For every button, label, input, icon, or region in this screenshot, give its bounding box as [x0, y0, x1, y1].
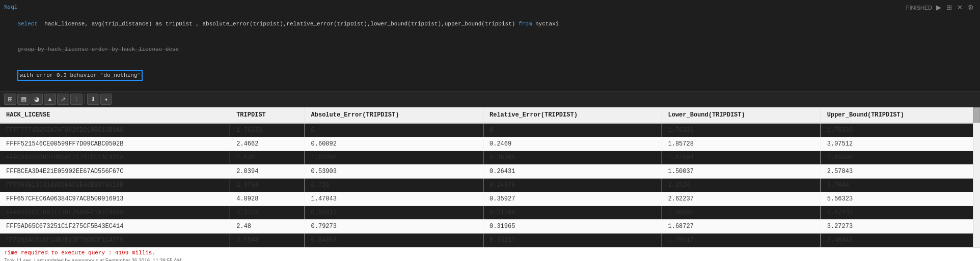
cell-hack_license-7: FFF5AD65C673251C1F275CF5B43EC414: [0, 220, 230, 234]
cell-lower_bound-7: 1.68727: [662, 220, 821, 234]
table-row: FFFC8985B6B37B60AE71741C01AC423A2.6381.0…: [0, 151, 980, 165]
cell-lower_bound-5: 2.62237: [662, 192, 821, 206]
meta-text: Took 11 sec. Last updated by anonymous a…: [4, 258, 183, 261]
cell-relative_error-2: 0.38365: [483, 151, 662, 165]
bar-chart-button[interactable]: ▦: [17, 94, 30, 105]
results-table: HACK_LICENSE TRIPDIST Absolute_Error(TRI…: [0, 107, 980, 247]
table-row: FFF6401CC16911710E7590FE197E986A2.37020.…: [0, 206, 980, 220]
scatter-button[interactable]: ⁘: [70, 94, 83, 105]
cell-relative_error-4: 0.24376: [483, 179, 662, 192]
cell-relative_error-7: 0.31965: [483, 220, 662, 234]
cell-upper_bound-5: 5.56323: [821, 192, 979, 206]
cell-relative_error-3: 0.26431: [483, 165, 662, 179]
toolbar: ⊞ ▦ ◕ ▲ ↗ ⁘ ⬇ ▾: [0, 92, 980, 107]
cell-upper_bound-0: 1.76333: [821, 123, 979, 137]
scrollbar-thumb[interactable]: [973, 107, 980, 123]
cell-lower_bound-3: 1.50037: [662, 165, 821, 179]
sql-line-3: with error 0.3 behavior 'do_nothing': [4, 62, 976, 90]
cell-absolute_error-3: 0.53903: [305, 165, 483, 179]
cell-hack_license-1: FFFF521546CE00599FF7D09CABC0502B: [0, 137, 230, 151]
table-row: FFFBCEA3D4E21E05902EE67AD556F67C2.03940.…: [0, 165, 980, 179]
close-button[interactable]: ✕: [956, 3, 964, 12]
cell-hack_license-3: FFFBCEA3D4E21E05902EE67AD556F67C: [0, 165, 230, 179]
sql-tag: %sql: [4, 3, 976, 12]
grid-button[interactable]: ⊞: [945, 3, 953, 12]
col-header-relative-error[interactable]: Relative_Error(TRIPDIST): [483, 107, 662, 123]
line-chart-button[interactable]: ↗: [57, 94, 69, 105]
cell-absolute_error-1: 0.60892: [305, 137, 483, 151]
cell-lower_bound-2: 1.62594: [662, 151, 821, 165]
cell-lower_bound-8: 1.70617: [662, 234, 821, 247]
cell-absolute_error-4: 0.726: [305, 179, 483, 192]
table-row: FFF20BA1518F14B3B23F79DDDF1CA7F62.55480.…: [0, 234, 980, 247]
cell-absolute_error-2: 1.01206: [305, 151, 483, 165]
cell-upper_bound-3: 2.57843: [821, 165, 979, 179]
query-area: FINISHED ▶ ⊞ ✕ ⚙ %sql Select hack_licens…: [0, 0, 980, 92]
table-view-button[interactable]: ⊞: [4, 94, 16, 105]
col-header-tripdist[interactable]: TRIPDIST: [230, 107, 305, 123]
cell-lower_bound-0: 1.76333: [662, 123, 821, 137]
cell-absolute_error-6: 0.50413: [305, 206, 483, 220]
cell-lower_bound-6: 1.86607: [662, 206, 821, 220]
toolbar-separator: [85, 94, 85, 104]
settings-button[interactable]: ⚙: [967, 3, 975, 12]
table-row: FFFF521546CE00599FF7D09CABC0502B2.46620.…: [0, 137, 980, 151]
cell-upper_bound-7: 3.27273: [821, 220, 979, 234]
cell-upper_bound-6: 2.87433: [821, 206, 979, 220]
vertical-scrollbar[interactable]: [973, 107, 980, 247]
cell-tripdist-4: 2.9784: [230, 179, 305, 192]
cell-hack_license-8: FFF20BA1518F14B3B23F79DDDF1CA7F6: [0, 234, 230, 247]
cell-hack_license-2: FFFC8985B6B37B60AE71741C01AC423A: [0, 151, 230, 165]
cell-tripdist-7: 2.48: [230, 220, 305, 234]
sql-line-1: Select hack_license, avg(trip_distance) …: [4, 12, 976, 37]
finished-bar: FINISHED ▶ ⊞ ✕ ⚙: [906, 3, 975, 12]
pie-chart-button[interactable]: ◕: [31, 94, 43, 105]
cell-tripdist-2: 2.638: [230, 151, 305, 165]
meta-bar: Took 11 sec. Last updated by anonymous a…: [0, 257, 980, 261]
finished-label: FINISHED: [906, 5, 932, 11]
cell-absolute_error-5: 1.47043: [305, 192, 483, 206]
table-row: FFF909B1353148850AD3E40BB878618B2.97840.…: [0, 179, 980, 192]
results-table-wrapper: HACK_LICENSE TRIPDIST Absolute_Error(TRI…: [0, 107, 980, 247]
cell-relative_error-8: 0.33217: [483, 234, 662, 247]
cell-absolute_error-8: 0.84863: [305, 234, 483, 247]
cell-relative_error-5: 0.35927: [483, 192, 662, 206]
cell-tripdist-1: 2.4662: [230, 137, 305, 151]
cell-upper_bound-1: 3.07512: [821, 137, 979, 151]
cell-hack_license-5: FFF657CFEC6A06384C97ACB500916913: [0, 192, 230, 206]
cell-upper_bound-8: 3.40343: [821, 234, 979, 247]
table-row: FFF5AD65C673251C1F275CF5B43EC4142.480.79…: [0, 220, 980, 234]
download-button[interactable]: ⬇: [87, 94, 99, 105]
cell-lower_bound-1: 1.85728: [662, 137, 821, 151]
col-header-hack-license[interactable]: HACK_LICENSE: [0, 107, 230, 123]
cell-absolute_error-0: 0: [305, 123, 483, 137]
more-options-button[interactable]: ▾: [100, 94, 112, 105]
col-header-upper-bound[interactable]: Upper_Bound(TRIPDIST): [821, 107, 979, 123]
cell-tripdist-0: 1.76333: [230, 123, 305, 137]
cell-tripdist-5: 4.0928: [230, 192, 305, 206]
cell-lower_bound-4: 2.2524: [662, 179, 821, 192]
cell-relative_error-1: 0.2469: [483, 137, 662, 151]
cell-hack_license-0: FFFF7778D252A7AF8625DD10B613B9A8: [0, 123, 230, 137]
area-chart-button[interactable]: ▲: [44, 94, 56, 105]
cell-tripdist-8: 2.5548: [230, 234, 305, 247]
cell-hack_license-6: FFF6401CC16911710E7590FE197E986A: [0, 206, 230, 220]
col-header-absolute-error[interactable]: Absolute_Error(TRIPDIST): [305, 107, 483, 123]
table-row: FFF657CFEC6A06384C97ACB5009169134.09281.…: [0, 192, 980, 206]
table-header: HACK_LICENSE TRIPDIST Absolute_Error(TRI…: [0, 107, 980, 123]
cell-upper_bound-2: 3.65006: [821, 151, 979, 165]
cell-relative_error-0: 0: [483, 123, 662, 137]
cell-relative_error-6: 0.21269: [483, 206, 662, 220]
cell-absolute_error-7: 0.79273: [305, 220, 483, 234]
table-row: FFFF7778D252A7AF8625DD10B613B9A81.763330…: [0, 123, 980, 137]
cell-tripdist-6: 2.3702: [230, 206, 305, 220]
status-bar: Time required to execute query : 4199 mi…: [0, 247, 980, 257]
play-button[interactable]: ▶: [935, 3, 942, 12]
col-header-lower-bound[interactable]: Lower_Bound(TRIPDIST): [662, 107, 821, 123]
timing-text: Time required to execute query : 4199 mi…: [4, 250, 155, 256]
table-body: FFFF7778D252A7AF8625DD10B613B9A81.763330…: [0, 123, 980, 247]
cell-upper_bound-4: 3.7044: [821, 179, 979, 192]
sql-line-2: group by hack_license order by hack_lice…: [4, 37, 976, 62]
cell-hack_license-4: FFF909B1353148850AD3E40BB878618B: [0, 179, 230, 192]
cell-tripdist-3: 2.0394: [230, 165, 305, 179]
